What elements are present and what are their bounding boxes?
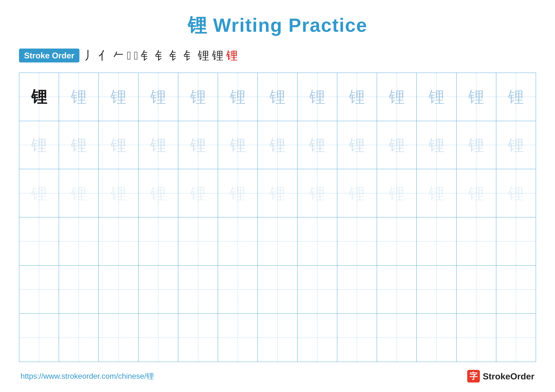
grid-cell-5-3[interactable] (99, 266, 139, 314)
grid-cell-3-3[interactable]: 锂 (99, 169, 139, 217)
grid-cell-2-12[interactable]: 锂 (457, 121, 496, 169)
grid-cell-1-6[interactable]: 锂 (218, 73, 258, 121)
practice-char-guide: 锂 (150, 89, 166, 105)
practice-char-very-faint: 锂 (71, 185, 87, 201)
grid-cell-1-9[interactable]: 锂 (337, 73, 377, 121)
stroke-1: 丿 (84, 48, 95, 63)
grid-cell-6-6[interactable] (218, 314, 258, 362)
practice-char-faint: 锂 (190, 137, 206, 153)
grid-cell-3-2[interactable]: 锂 (59, 169, 99, 217)
practice-char-very-faint: 锂 (508, 185, 524, 201)
grid-cell-1-11[interactable]: 锂 (417, 73, 456, 121)
practice-char-faint: 锂 (31, 137, 47, 153)
grid-cell-1-5[interactable]: 锂 (178, 73, 218, 121)
grid-cell-2-10[interactable]: 锂 (377, 121, 417, 169)
grid-cell-5-6[interactable] (218, 266, 258, 314)
practice-char-guide: 锂 (270, 89, 285, 105)
grid-cell-2-13[interactable]: 锂 (496, 121, 536, 169)
grid-cell-6-9[interactable] (337, 314, 377, 362)
practice-char-very-faint: 锂 (389, 185, 405, 201)
grid-cell-3-4[interactable]: 锂 (139, 169, 178, 217)
grid-cell-1-1[interactable]: 锂 (19, 73, 59, 121)
practice-char-dark: 锂 (31, 89, 47, 105)
grid-cell-4-6[interactable] (218, 217, 258, 265)
practice-char-guide: 锂 (468, 89, 484, 105)
grid-cell-4-4[interactable] (139, 217, 178, 265)
grid-cell-6-2[interactable] (59, 314, 99, 362)
grid-cell-4-2[interactable] (59, 217, 99, 265)
practice-char-faint: 锂 (309, 137, 325, 153)
grid-cell-6-10[interactable] (377, 314, 417, 362)
grid-cell-1-13[interactable]: 锂 (496, 73, 536, 121)
grid-cell-5-7[interactable] (258, 266, 297, 314)
grid-cell-5-11[interactable] (417, 266, 456, 314)
grid-cell-6-7[interactable] (258, 314, 297, 362)
grid-cell-1-8[interactable]: 锂 (298, 73, 337, 121)
grid-cell-4-11[interactable] (417, 217, 456, 265)
grid-cell-2-8[interactable]: 锂 (298, 121, 337, 169)
grid-cell-5-10[interactable] (377, 266, 417, 314)
grid-cell-6-1[interactable] (19, 314, 59, 362)
grid-cell-1-2[interactable]: 锂 (59, 73, 99, 121)
practice-char-very-faint: 锂 (270, 185, 285, 201)
grid-cell-2-1[interactable]: 锂 (19, 121, 59, 169)
grid-cell-6-3[interactable] (99, 314, 139, 362)
grid-cell-5-2[interactable] (59, 266, 99, 314)
stroke-7: 钅 (155, 48, 167, 63)
grid-cell-2-2[interactable]: 锂 (59, 121, 99, 169)
grid-cell-2-5[interactable]: 锂 (178, 121, 218, 169)
grid-cell-4-12[interactable] (457, 217, 496, 265)
grid-cell-6-12[interactable] (457, 314, 496, 362)
grid-cell-6-4[interactable] (139, 314, 178, 362)
grid-cell-3-11[interactable]: 锂 (417, 169, 456, 217)
grid-cell-6-8[interactable] (298, 314, 337, 362)
grid-cell-3-12[interactable]: 锂 (457, 169, 496, 217)
grid-cell-2-4[interactable]: 锂 (139, 121, 178, 169)
stroke-10: 锂 (198, 48, 209, 63)
grid-cell-2-11[interactable]: 锂 (417, 121, 456, 169)
grid-cell-2-7[interactable]: 锂 (258, 121, 297, 169)
grid-cell-5-13[interactable] (496, 266, 536, 314)
grid-cell-3-1[interactable]: 锂 (19, 169, 59, 217)
footer-url[interactable]: https://www.strokeorder.com/chinese/锂 (21, 371, 154, 381)
grid-cell-4-10[interactable] (377, 217, 417, 265)
grid-cell-4-9[interactable] (337, 217, 377, 265)
grid-cell-2-6[interactable]: 锂 (218, 121, 258, 169)
grid-cell-5-1[interactable] (19, 266, 59, 314)
grid-row-2: 锂 锂 锂 锂 锂 锂 锂 锂 锂 (19, 121, 536, 169)
practice-char-guide: 锂 (429, 89, 445, 105)
grid-cell-4-13[interactable] (496, 217, 536, 265)
stroke-5: 𠄌 (134, 49, 138, 62)
grid-cell-4-1[interactable] (19, 217, 59, 265)
grid-cell-4-3[interactable] (99, 217, 139, 265)
grid-cell-5-4[interactable] (139, 266, 178, 314)
grid-cell-6-11[interactable] (417, 314, 456, 362)
grid-cell-4-8[interactable] (298, 217, 337, 265)
grid-cell-3-10[interactable]: 锂 (377, 169, 417, 217)
grid-cell-6-5[interactable] (178, 314, 218, 362)
grid-cell-3-9[interactable]: 锂 (337, 169, 377, 217)
grid-cell-1-3[interactable]: 锂 (99, 73, 139, 121)
grid-cell-3-13[interactable]: 锂 (496, 169, 536, 217)
grid-cell-3-7[interactable]: 锂 (258, 169, 297, 217)
grid-cell-5-8[interactable] (298, 266, 337, 314)
practice-char-guide: 锂 (190, 89, 206, 105)
grid-cell-5-9[interactable] (337, 266, 377, 314)
grid-cell-2-3[interactable]: 锂 (99, 121, 139, 169)
grid-cell-1-10[interactable]: 锂 (377, 73, 417, 121)
grid-cell-3-5[interactable]: 锂 (178, 169, 218, 217)
grid-cell-3-6[interactable]: 锂 (218, 169, 258, 217)
grid-cell-3-8[interactable]: 锂 (298, 169, 337, 217)
grid-cell-5-5[interactable] (178, 266, 218, 314)
grid-cell-4-7[interactable] (258, 217, 297, 265)
grid-cell-1-4[interactable]: 锂 (139, 73, 178, 121)
grid-cell-1-12[interactable]: 锂 (457, 73, 496, 121)
stroke-2: 亻 (98, 48, 110, 63)
grid-cell-2-9[interactable]: 锂 (337, 121, 377, 169)
stroke-12: 锂 (226, 48, 238, 63)
grid-cell-5-12[interactable] (457, 266, 496, 314)
grid-cell-6-13[interactable] (496, 314, 536, 362)
grid-cell-4-5[interactable] (178, 217, 218, 265)
grid-row-3: 锂 锂 锂 锂 锂 锂 锂 锂 锂 (19, 169, 536, 217)
grid-cell-1-7[interactable]: 锂 (258, 73, 297, 121)
